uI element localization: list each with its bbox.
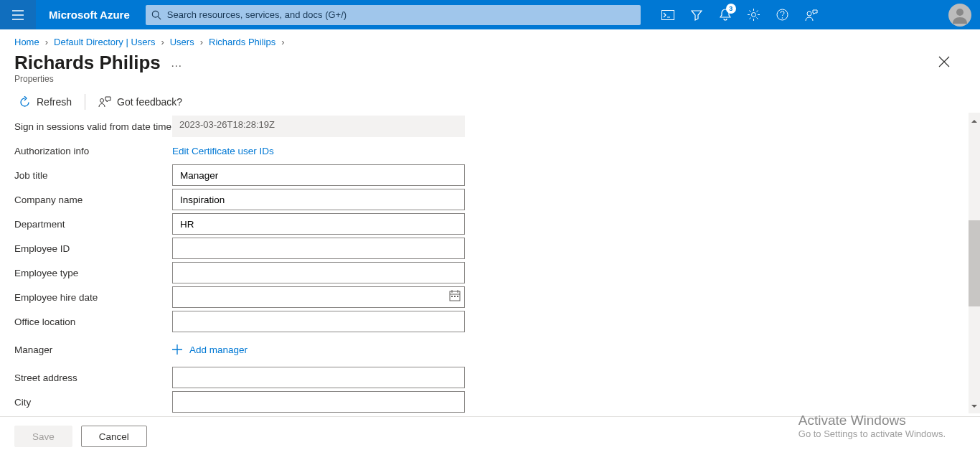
person-feedback-icon [805, 9, 818, 22]
calendar-icon [449, 290, 461, 301]
row-company: Company name [14, 187, 966, 212]
notifications-button[interactable]: 3 [711, 0, 740, 29]
plus-icon [172, 344, 182, 355]
refresh-label: Refresh [37, 96, 72, 108]
job-title-input[interactable] [172, 164, 465, 186]
hire-date-input[interactable] [172, 286, 465, 308]
street-label: Street address [14, 372, 172, 383]
save-button[interactable]: Save [14, 426, 72, 447]
svg-rect-2 [661, 10, 674, 19]
signin-sessions-label: Sign in sessions valid from date time [14, 121, 172, 132]
crumb-users[interactable]: Users [170, 37, 194, 47]
directories-button[interactable] [682, 0, 711, 29]
form-area: Sign in sessions valid from date time 20… [0, 113, 980, 413]
svg-point-3 [752, 13, 756, 17]
row-manager: Manager Add manager [14, 334, 966, 365]
office-label: Office location [14, 316, 172, 327]
employee-id-label: Employee ID [14, 243, 172, 254]
scroll-up-icon[interactable] [971, 114, 977, 127]
row-city: City [14, 390, 966, 413]
cloud-shell-icon [661, 10, 674, 20]
hamburger-menu-button[interactable] [0, 0, 36, 29]
department-label: Department [14, 219, 172, 230]
city-label: City [14, 397, 172, 408]
brand-label: Microsoft Azure [36, 9, 143, 21]
toolbar-separator [85, 94, 85, 110]
row-signin-sessions: Sign in sessions valid from date time 20… [14, 114, 966, 139]
refresh-button[interactable]: Refresh [19, 96, 72, 108]
svg-point-8 [100, 98, 104, 102]
footer: Save Cancel [0, 416, 980, 455]
svg-rect-10 [451, 296, 453, 297]
scrollbar[interactable] [969, 113, 980, 413]
row-hire-date: Employee hire date [14, 285, 966, 309]
row-employee-id: Employee ID [14, 236, 966, 261]
chevron-icon: › [45, 37, 48, 47]
feedback-button[interactable]: Got feedback? [98, 96, 182, 108]
chevron-icon: › [281, 37, 284, 47]
filter-icon [691, 9, 702, 21]
svg-point-5 [782, 17, 783, 19]
svg-rect-11 [454, 296, 456, 297]
svg-rect-12 [457, 296, 458, 297]
street-input[interactable] [172, 367, 465, 388]
feedback-button[interactable] [797, 0, 826, 29]
add-manager-button[interactable]: Add manager [172, 344, 248, 355]
row-street: Street address [14, 365, 966, 390]
toolbar: Refresh Got feedback? [0, 88, 980, 113]
manager-label: Manager [14, 344, 172, 355]
notification-badge: 3 [726, 4, 736, 14]
hamburger-icon [12, 10, 24, 20]
cancel-button[interactable]: Cancel [81, 426, 147, 447]
close-button[interactable] [938, 56, 950, 70]
page-subtitle: Properties [0, 74, 980, 88]
search-input[interactable] [161, 9, 635, 20]
svg-point-0 [152, 11, 159, 17]
topbar-actions: 3 [654, 0, 826, 29]
help-button[interactable] [768, 0, 797, 29]
account-avatar[interactable] [948, 4, 971, 27]
row-office: Office location [14, 309, 966, 334]
department-input[interactable] [172, 213, 465, 235]
page-title: Richards Philips [14, 52, 161, 74]
city-input[interactable] [172, 391, 465, 413]
crumb-directory[interactable]: Default Directory | Users [54, 37, 155, 47]
company-input[interactable] [172, 189, 465, 210]
global-search[interactable] [146, 5, 641, 25]
settings-button[interactable] [740, 0, 768, 29]
help-icon [776, 9, 788, 21]
employee-type-label: Employee type [14, 268, 172, 278]
topbar: Microsoft Azure 3 [0, 0, 980, 29]
person-feedback-icon [98, 96, 111, 108]
gear-icon [748, 9, 760, 21]
scroll-down-icon[interactable] [971, 399, 977, 412]
employee-id-input[interactable] [172, 238, 465, 259]
office-input[interactable] [172, 311, 465, 332]
crumb-user[interactable]: Richards Philips [209, 37, 275, 47]
row-department: Department [14, 212, 966, 236]
scroll-thumb[interactable] [969, 220, 980, 306]
svg-point-7 [956, 9, 963, 16]
calendar-button[interactable] [449, 290, 461, 304]
breadcrumb: Home › Default Directory | Users › Users… [0, 29, 980, 49]
more-actions-button[interactable]: … [171, 57, 182, 70]
close-icon [938, 56, 950, 67]
authorization-label: Authorization info [14, 146, 172, 156]
cloud-shell-button[interactable] [654, 0, 682, 29]
row-employee-type: Employee type [14, 261, 966, 285]
row-authorization: Authorization info Edit Certificate user… [14, 139, 966, 163]
row-job-title: Job title [14, 163, 966, 187]
signin-sessions-value: 2023-03-26T18:28:19Z [172, 116, 465, 137]
edit-certificate-link[interactable]: Edit Certificate user IDs [172, 146, 274, 156]
svg-line-1 [158, 17, 161, 19]
page-header: Richards Philips … [0, 49, 980, 74]
job-title-label: Job title [14, 170, 172, 181]
svg-point-6 [807, 11, 811, 16]
feedback-label: Got feedback? [117, 96, 182, 108]
avatar-icon [951, 6, 969, 24]
chevron-icon: › [200, 37, 203, 47]
employee-type-input[interactable] [172, 262, 465, 283]
crumb-home[interactable]: Home [14, 37, 39, 47]
add-manager-label: Add manager [189, 344, 248, 355]
hire-date-label: Employee hire date [14, 292, 172, 303]
